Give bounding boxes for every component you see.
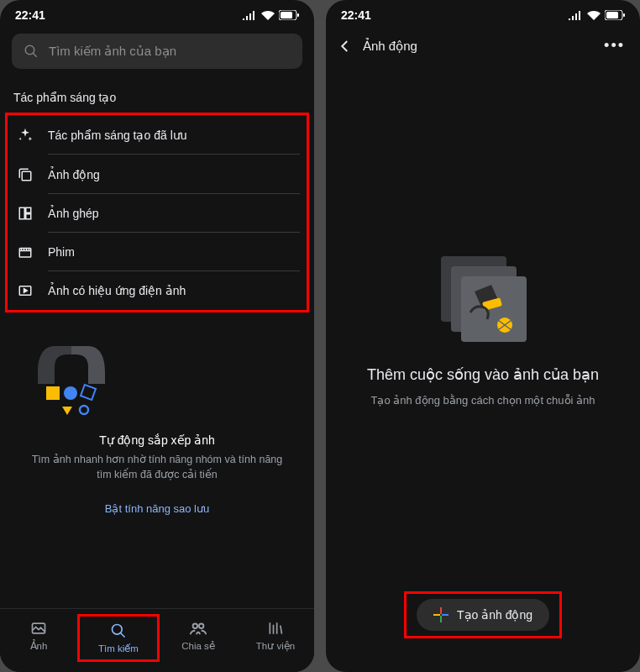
nav-search[interactable]: Tìm kiếm	[77, 614, 160, 662]
collage-icon	[16, 206, 34, 221]
signal-icon	[243, 11, 257, 20]
svg-rect-5	[22, 171, 31, 181]
cinematic-icon	[16, 283, 34, 298]
signal-icon	[569, 11, 583, 20]
list-item-animation[interactable]: Ảnh động	[8, 155, 307, 194]
header: Ảnh động •••	[326, 27, 640, 65]
list-item-saved-creations[interactable]: Tác phẩm sáng tạo đã lưu	[8, 115, 307, 155]
nav-label: Ảnh	[30, 640, 48, 652]
more-button[interactable]: •••	[601, 37, 628, 55]
list-item-label: Ảnh ghép	[48, 207, 300, 233]
wifi-icon	[261, 11, 275, 20]
screen-animation: 22:41 Ảnh động ••• Thêm cuộc sống vào ản…	[326, 0, 640, 672]
svg-line-18	[121, 633, 125, 638]
empty-sub: Tạo ảnh động bằng cách chọn một chuỗi ản…	[370, 394, 595, 407]
status-bar: 22:41	[326, 0, 640, 27]
svg-point-12	[64, 386, 77, 400]
nav-label: Thư viện	[256, 640, 295, 652]
nav-photos[interactable]: Ảnh	[0, 614, 77, 662]
svg-rect-23	[623, 13, 625, 17]
share-icon	[189, 619, 207, 638]
list-item-label: Tác phẩm sáng tạo đã lưu	[48, 129, 300, 155]
screen-search: 22:41 Tìm kiếm ảnh của bạn Tác phẩm sáng…	[0, 0, 314, 672]
list-item-cinematic[interactable]: Ảnh có hiệu ứng điện ảnh	[8, 271, 307, 310]
create-animation-button[interactable]: Tạo ảnh động	[417, 599, 549, 631]
svg-rect-1	[281, 12, 292, 18]
header-title: Ảnh động	[363, 39, 590, 54]
bottom-nav: Ảnh Tìm kiếm Chia sẻ Thư viện	[0, 608, 314, 672]
svg-point-20	[199, 624, 204, 629]
list-item-label: Phim	[48, 245, 300, 271]
svg-rect-30	[442, 614, 449, 616]
svg-rect-26	[461, 276, 527, 342]
list-item-collage[interactable]: Ảnh ghép	[8, 194, 307, 233]
empty-title: Thêm cuộc sống vào ảnh của bạn	[367, 365, 599, 384]
svg-rect-22	[606, 12, 618, 18]
list-item-movie[interactable]: Phim	[8, 233, 307, 271]
backup-link[interactable]: Bật tính năng sao lưu	[0, 491, 314, 523]
creations-list-highlight: Tác phẩm sáng tạo đã lưu Ảnh động Ảnh gh…	[5, 113, 309, 312]
list-item-label: Ảnh có hiệu ứng điện ảnh	[48, 284, 300, 309]
svg-line-4	[33, 53, 37, 57]
promo-illustration	[25, 338, 118, 422]
svg-rect-32	[433, 614, 440, 616]
svg-rect-8	[26, 214, 31, 219]
svg-marker-14	[62, 407, 72, 415]
nav-library[interactable]: Thư viện	[237, 614, 314, 662]
back-button[interactable]	[338, 39, 353, 54]
section-title: Tác phẩm sáng tạo	[0, 76, 314, 113]
empty-state: Thêm cuộc sống vào ảnh của bạn Tạo ảnh đ…	[326, 65, 640, 591]
status-icons	[243, 10, 299, 20]
svg-point-3	[25, 45, 34, 55]
svg-rect-31	[440, 616, 442, 622]
status-time: 22:41	[341, 8, 371, 22]
svg-point-19	[193, 624, 198, 629]
svg-point-15	[80, 406, 88, 414]
promo-sub: Tìm ảnh nhanh hơn nhờ tính năng nhóm và …	[25, 452, 289, 482]
nav-label: Chia sẻ	[181, 640, 215, 652]
animation-icon	[16, 167, 34, 182]
svg-rect-2	[297, 13, 299, 17]
status-bar: 22:41	[0, 0, 314, 27]
list-item-label: Ảnh động	[48, 168, 300, 194]
cta-wrap: Tạo ảnh động	[326, 591, 640, 672]
search-input[interactable]: Tìm kiếm ảnh của bạn	[12, 34, 302, 69]
search-icon	[24, 44, 39, 59]
sparkle-icon	[16, 127, 34, 144]
promo-title: Tự động sắp xếp ảnh	[25, 433, 289, 447]
nav-label: Tìm kiếm	[98, 643, 139, 654]
photos-icon	[30, 619, 47, 638]
svg-rect-6	[19, 207, 24, 219]
svg-rect-11	[46, 386, 60, 400]
svg-point-17	[113, 625, 123, 635]
cta-label: Tạo ảnh động	[457, 608, 532, 622]
library-icon	[267, 619, 284, 638]
search-icon	[110, 622, 127, 640]
promo-block: Tự động sắp xếp ảnh Tìm ảnh nhanh hơn nh…	[0, 312, 314, 491]
search-placeholder: Tìm kiếm ảnh của bạn	[49, 44, 176, 59]
status-time: 22:41	[15, 8, 45, 22]
movie-icon	[16, 244, 34, 260]
svg-rect-7	[26, 207, 31, 213]
cta-highlight: Tạo ảnh động	[404, 591, 562, 638]
status-icons	[569, 10, 625, 20]
svg-rect-13	[81, 385, 96, 400]
empty-illustration	[433, 249, 533, 342]
svg-rect-29	[440, 607, 442, 614]
plus-icon	[433, 607, 449, 622]
nav-share[interactable]: Chia sẻ	[160, 614, 237, 662]
battery-icon	[605, 10, 625, 20]
wifi-icon	[587, 11, 601, 20]
battery-icon	[279, 10, 299, 20]
